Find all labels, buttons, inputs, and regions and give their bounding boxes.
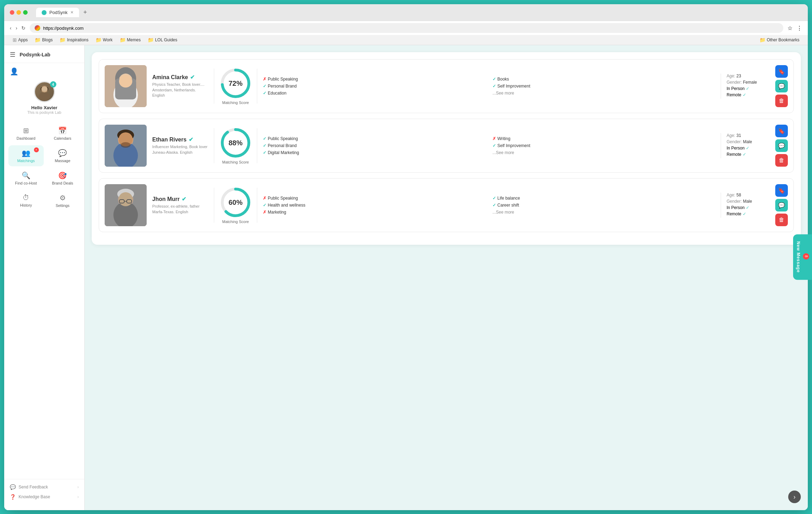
new-message-tab[interactable]: 8 New Message (793, 234, 812, 280)
menu-icon[interactable]: ⋮ (797, 25, 802, 32)
user-subtitle: This is podsynk Lab (27, 110, 61, 114)
tag-writing-1: ✗ Writing (492, 136, 715, 141)
ethan-remote: Remote ✓ (727, 152, 770, 157)
person-info-ethan: Ethan Rivers ✔ Influencer Marketing, Boo… (152, 136, 208, 155)
ethan-message-button[interactable]: 💬 (775, 139, 788, 152)
reload-button[interactable]: ↻ (21, 25, 26, 31)
person-photo-amina (105, 65, 147, 107)
match-card-0: Amina Clarke ✔ Physics Teacher, Book lov… (99, 59, 794, 113)
see-more-2[interactable]: ...See more (492, 210, 715, 215)
bookmark-other[interactable]: 📁 Other Bookmarks (757, 36, 802, 43)
ethan-in-person: In Person ✓ (727, 146, 770, 151)
svg-point-4 (42, 86, 47, 91)
sidebar-header: ☰ Podsynk-Lab (4, 51, 84, 63)
bookmark-blogs-label: Blogs (42, 37, 52, 42)
forward-button[interactable]: › (16, 25, 18, 31)
bookmark-work[interactable]: 📁 Work (93, 36, 115, 43)
bookmark-lol-guides[interactable]: 📁 LOL Guides (145, 36, 180, 43)
card-divider-1b (257, 69, 257, 104)
matches-panel: Amina Clarke ✔ Physics Teacher, Book lov… (92, 52, 801, 245)
jhon-score-section: 60% Matching Score (220, 187, 251, 224)
scroll-down-button[interactable]: › (788, 491, 801, 503)
tab-close-button[interactable]: ✕ (70, 10, 74, 15)
main-content: Amina Clarke ✔ Physics Teacher, Book lov… (85, 45, 808, 510)
bookmark-inspirations[interactable]: 📁 Inspirations (57, 36, 91, 43)
bookmark-memes[interactable]: 📁 Memes (117, 36, 144, 43)
see-more-1[interactable]: ...See more (492, 150, 715, 155)
feedback-label: Send Feedback (19, 485, 48, 489)
sidebar-item-massage[interactable]: 💬 Massage (45, 145, 80, 166)
amina-message-button[interactable]: 💬 (775, 80, 788, 92)
jhon-message-button[interactable]: 💬 (775, 199, 788, 211)
tag-self-improvement-1: ✓ Self Improvement (492, 143, 715, 148)
card-divider-3a (214, 188, 214, 223)
sidebar-item-find-cohost[interactable]: 🔍 Find co-Host (8, 168, 44, 189)
memes-folder-icon: 📁 (120, 37, 126, 43)
tag-self-improvement-0: ✓ Self Improvement (492, 84, 715, 89)
jhon-tags: ✗ Public Speaking ✓ Life balance ✓ Healt… (263, 196, 715, 215)
amina-desc: Physics Teacher, Book lover.... Amsterda… (152, 82, 208, 98)
brand-deals-icon: 🎯 (58, 171, 67, 180)
bookmark-blogs[interactable]: 📁 Blogs (32, 36, 55, 43)
feedback-icon: 💬 (10, 484, 16, 490)
jhon-bookmark-button[interactable]: 🔖 (775, 184, 788, 197)
feedback-arrow-icon: › (77, 485, 79, 489)
avatar-container: 4 (34, 81, 55, 102)
jhon-delete-button[interactable]: 🗑 (775, 214, 788, 226)
jhon-in-person: In Person ✓ (727, 205, 770, 210)
bookmark-icon[interactable]: ☆ (788, 25, 792, 32)
massage-label: Massage (55, 159, 70, 163)
amina-delete-button[interactable]: 🗑 (775, 95, 788, 107)
apps-grid-icon: ⊞ (13, 37, 17, 43)
ethan-delete-button[interactable]: 🗑 (775, 154, 788, 167)
bookmark-apps-label: Apps (18, 37, 28, 42)
sidebar-item-calendars[interactable]: 📅 Calendars (45, 123, 80, 144)
matchings-badge: • (34, 147, 39, 152)
svg-point-1 (39, 92, 50, 100)
sidebar-item-settings[interactable]: ⚙ Settings (45, 190, 80, 211)
ethan-score-label: Matching Score (222, 160, 249, 164)
back-button[interactable]: ‹ (10, 25, 12, 31)
maximize-button[interactable] (23, 10, 28, 15)
jhon-card-info: Age: 58 Gender: Male In Person ✓ Rem (721, 193, 770, 218)
ethan-name: Ethan Rivers ✔ (152, 136, 208, 143)
sidebar-logo: Podsynk-Lab (20, 52, 50, 57)
ethan-score-text: 88% (229, 139, 243, 147)
tag-life-balance-2: ✓ Life balance (492, 196, 715, 201)
svg-point-19 (121, 142, 131, 148)
tag-education-0: ✓ Education (263, 91, 485, 96)
new-tab-button[interactable]: + (80, 8, 90, 17)
minimize-button[interactable] (16, 10, 21, 15)
amina-bookmark-button[interactable]: 🔖 (775, 65, 788, 78)
inspirations-folder-icon: 📁 (59, 37, 65, 43)
ethan-bookmark-button[interactable]: 🔖 (775, 125, 788, 137)
knowledge-base-item[interactable]: ❓ Knowledge Base › (10, 492, 79, 502)
amina-remote: Remote ✓ (727, 92, 770, 97)
browser-tab[interactable]: PodSynk ✕ (36, 8, 79, 17)
avatar-badge: 4 (50, 81, 56, 88)
ethan-card-info: Age: 31 Gender: Male In Person ✓ Rem (721, 133, 770, 158)
history-label: History (20, 203, 32, 207)
tag-health-2: ✓ Health and wellness (263, 203, 485, 208)
sidebar-item-history[interactable]: ⏱ History (8, 190, 44, 211)
close-button[interactable] (10, 10, 14, 15)
other-folder-icon: 📁 (760, 37, 765, 43)
amina-gender: Gender: Female (727, 80, 770, 85)
see-more-0[interactable]: ...See more (492, 91, 715, 96)
tag-digital-marketing-1: ✓ Digital Marketing (263, 150, 485, 155)
person-info-amina: Amina Clarke ✔ Physics Teacher, Book lov… (152, 74, 208, 98)
sidebar-item-matchings[interactable]: 👥 • Matchings (8, 145, 44, 166)
send-feedback-item[interactable]: 💬 Send Feedback › (10, 482, 79, 492)
nav-grid: ⊞ Dashboard 📅 Calendars 👥 • Matchings 💬 … (4, 120, 84, 214)
sidebar-item-dashboard[interactable]: ⊞ Dashboard (8, 123, 44, 144)
jhon-actions: 🔖 💬 🗑 (775, 184, 788, 226)
bookmark-inspirations-label: Inspirations (67, 37, 88, 42)
message-badge: 8 (803, 253, 809, 259)
amina-card-info: Age: 23 Gender: Female In Person ✓ R (721, 74, 770, 99)
ethan-verified-icon: ✔ (189, 136, 193, 143)
url-bar[interactable]: https://podsynk.com (30, 23, 783, 33)
sidebar-item-brand-deals[interactable]: 🎯 Brand Deals (45, 168, 80, 189)
user-greeting: Hello Xavier (31, 105, 57, 110)
hamburger-icon[interactable]: ☰ (10, 51, 15, 58)
bookmark-apps[interactable]: ⊞ Apps (10, 36, 30, 43)
